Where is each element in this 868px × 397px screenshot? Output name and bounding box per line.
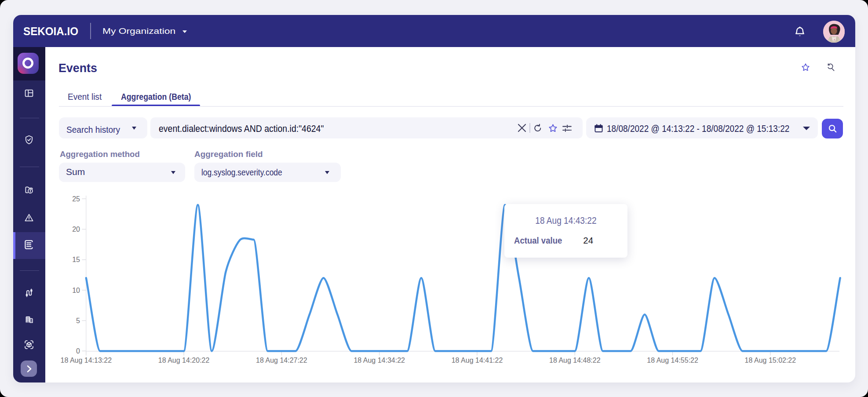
svg-text:15: 15 xyxy=(72,256,80,263)
svg-text:5: 5 xyxy=(76,317,80,324)
svg-text:10: 10 xyxy=(72,287,80,294)
svg-text:18 Aug 14:55:22: 18 Aug 14:55:22 xyxy=(647,357,698,364)
svg-text:25: 25 xyxy=(72,195,80,203)
svg-text:18 Aug 14:48:22: 18 Aug 14:48:22 xyxy=(549,357,601,364)
svg-text:18 Aug 14:13:22: 18 Aug 14:13:22 xyxy=(60,357,112,364)
svg-text:18 Aug 14:34:22: 18 Aug 14:34:22 xyxy=(354,357,405,364)
svg-text:18 Aug 14:27:22: 18 Aug 14:27:22 xyxy=(256,357,307,364)
svg-text:18 Aug 15:02:22: 18 Aug 15:02:22 xyxy=(744,357,796,364)
svg-text:18 Aug 14:41:22: 18 Aug 14:41:22 xyxy=(451,357,503,364)
svg-text:20: 20 xyxy=(72,226,80,233)
svg-text:18 Aug 14:20:22: 18 Aug 14:20:22 xyxy=(158,357,209,364)
svg-text:0: 0 xyxy=(76,347,80,355)
